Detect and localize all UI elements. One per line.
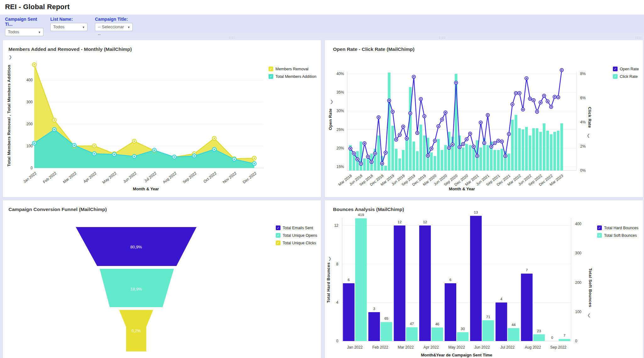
click-rate-bar [419,125,422,171]
widget-drag-handle-icon[interactable] [229,36,236,39]
svg-text:May 2022: May 2022 [102,171,117,185]
click-rate-bar [405,139,408,171]
click-rate-bar [423,135,426,171]
widget-drag-handle-icon[interactable] [439,36,446,39]
legend-item-click-rate[interactable]: ✓Click Rate [613,74,639,79]
funnel-chart-area[interactable]: 80,9%18,9%0,2% [3,200,321,358]
svg-text:300: 300 [26,100,33,104]
svg-text:Jun 2022: Jun 2022 [122,171,137,184]
svg-text:May 2022: May 2022 [448,345,465,350]
click-rate-bar [434,156,436,171]
legend-item-open-rate[interactable]: ✓Open Rate [613,67,639,71]
legend-label: Total Soft Bounces [604,233,637,238]
page-title: REI - Global Report [5,3,69,11]
legend-item-total-emails-sent[interactable]: ✓Total Emails Sent [276,225,317,230]
click-rate-bar [557,131,560,171]
filter-campaign-title: Campaign Title: -- Seleccionar -- ▼ [95,17,133,31]
rates-chart-area[interactable]: 15%20%25%30%35%40%0%2%4%6%8%Mar 2018Jun … [325,40,643,197]
list-name-select[interactable]: Todos ▼ [50,23,87,31]
legend-item-total-soft-bounces[interactable]: ✓Total Soft Bounces [597,233,638,238]
campaign-title-select[interactable]: -- Seleccionar -- ▼ [95,23,133,31]
svg-text:Apr 2022: Apr 2022 [83,171,97,184]
chart-legend: ✓Open Rate✓Click Rate [613,67,639,82]
campaign-sent-time-select[interactable]: Todos ▼ [5,28,43,36]
click-rate-bar [514,115,517,171]
svg-text:Aug 2022: Aug 2022 [525,345,541,350]
click-rate-bar [437,139,440,171]
svg-text:300: 300 [575,251,581,255]
svg-text:7: 7 [526,268,528,272]
svg-text:4: 4 [500,297,502,301]
members-chart-area[interactable]: 0100200300400Jan 2022Feb 2022Mar 2022Apr… [3,40,321,197]
svg-text:Total Members Removal , Total: Total Members Removal , Total Members Ad… [7,65,11,166]
chart-legend: ✓Total Emails Sent✓Total Unique Opens✓To… [276,225,317,248]
bounces-chart-canvas[interactable]: 6312126134704196547463071442370481201002… [325,200,643,358]
click-rate-bar [479,148,482,171]
svg-text:Feb 2022: Feb 2022 [372,345,388,350]
svg-text:0: 0 [551,336,553,339]
legend-checkbox-icon[interactable]: ✓ [269,74,273,79]
legend-checkbox-icon[interactable]: ✓ [613,74,618,79]
bounce-bars: 631212613470419654746307144237 [343,210,570,341]
legend-item-total-hard-bounces[interactable]: ✓Total Hard Bounces [597,225,638,230]
svg-text:0%: 0% [580,168,586,173]
soft-bounce-bar [406,327,418,341]
click-rate-bar [511,120,514,171]
select-value: Todos [8,30,19,34]
click-rate-bar [353,154,355,171]
svg-text:23: 23 [537,329,541,333]
hard-bounce-bar [496,302,507,341]
legend-item-members-removal[interactable]: ✓Members Removal [269,67,316,71]
hard-bounce-bar [470,216,482,341]
legend-item-total-unique-clicks[interactable]: ✓Total Unique Clicks [276,241,317,245]
legend-checkbox-icon[interactable]: ✓ [613,67,618,71]
click-rate-bar [486,145,489,171]
svg-text:0: 0 [336,339,338,343]
svg-text:6%: 6% [580,96,586,100]
legend-label: Total Unique Clicks [283,241,316,245]
funnel-chart-canvas[interactable]: 80,9%18,9%0,2% [3,200,321,358]
click-rate-bar [532,128,535,171]
page-header: REI - Global Report [0,0,644,14]
legend-item-total-unique-opens[interactable]: ✓Total Unique Opens [276,233,317,238]
svg-text:Total Hard Bounces: Total Hard Bounces [326,262,331,303]
bounces-chart-area[interactable]: 6312126134704196547463071442370481201002… [325,200,643,358]
svg-text:35%: 35% [336,90,344,95]
legend-checkbox-icon[interactable]: ✓ [269,67,273,71]
legend-checkbox-icon[interactable]: ✓ [276,225,280,230]
members-chart-canvas[interactable]: 0100200300400Jan 2022Feb 2022Mar 2022Apr… [3,40,321,198]
svg-text:0: 0 [575,339,577,343]
legend-checkbox-icon[interactable]: ✓ [597,225,602,230]
click-rate-bar [525,127,528,171]
bounces-analysis-card: Bounces Analysis (MailChimp) 63121261347… [325,200,643,358]
rates-chart-canvas[interactable]: 15%20%25%30%35%40%0%2%4%6%8%Mar 2018Jun … [325,40,643,198]
click-rate-bar [416,151,419,171]
filter-label: Campaign Title: [95,17,133,22]
click-rate-bar [536,128,539,171]
svg-text:44: 44 [512,323,516,327]
svg-text:Month & Year: Month & Year [133,187,159,191]
svg-text:12: 12 [423,220,427,224]
svg-text:8%: 8% [580,72,586,76]
svg-text:40%: 40% [336,72,344,76]
click-rate-bar [469,145,472,171]
hard-bounce-bar [419,225,431,341]
svg-text:Month&Year de Campaign Sent Ti: Month&Year de Campaign Sent Time [421,353,492,357]
select-value: Todos [53,24,64,29]
svg-text:❯: ❯ [9,55,12,60]
click-rate-bar [472,148,475,171]
svg-text:❯: ❯ [330,99,334,104]
soft-bounce-bar [457,332,469,341]
legend-checkbox-icon[interactable]: ✓ [276,241,280,245]
filter-list-name: List Name: Todos ▼ [50,17,87,31]
legend-label: Open Rate [620,67,639,71]
legend-checkbox-icon[interactable]: ✓ [276,233,280,238]
legend-checkbox-icon[interactable]: ✓ [597,233,602,238]
legend-item-total-members-addition[interactable]: ✓Total Members Addition [269,74,316,79]
click-rate-bar [398,159,401,171]
svg-text:❯: ❯ [328,256,332,261]
click-rate-bar [395,149,398,171]
svg-text:Mar 2022: Mar 2022 [62,171,77,184]
widget-drag-handle-icon[interactable] [635,36,642,39]
select-caret-icon: ▼ [82,24,85,31]
